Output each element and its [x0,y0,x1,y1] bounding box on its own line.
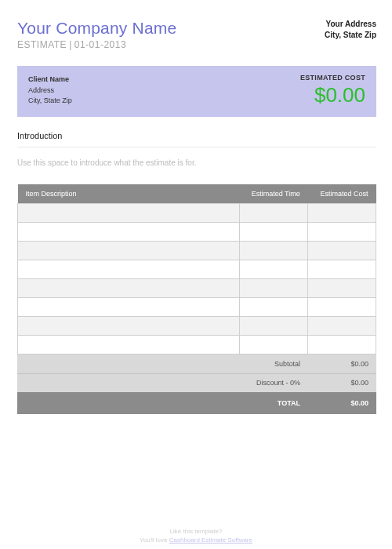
cell-time[interactable] [240,204,308,223]
cell-cost[interactable] [308,317,376,336]
your-address-line1: Your Address [325,19,376,30]
summary-table: Subtotal $0.00 Discount - 0% $0.00 TOTAL… [17,354,376,414]
introduction-body: Use this space to introduce what the est… [17,158,376,167]
col-estimated-time: Estimated Time [240,184,308,204]
cell-desc[interactable] [18,260,240,279]
total-value: $0.00 [308,392,376,414]
footer-line2: You'll love Cashboard Estimate Software [0,536,392,544]
items-table: Item Description Estimated Time Estimate… [17,184,376,354]
estimated-cost-label: ESTIMATED COST [300,74,365,82]
client-address1: Address [28,85,72,96]
company-name: Your Company Name [17,19,176,38]
cell-cost[interactable] [308,204,376,223]
cell-cost[interactable] [308,260,376,279]
table-row [18,279,376,298]
table-row [18,298,376,317]
cell-time[interactable] [240,317,308,336]
cell-time[interactable] [240,260,308,279]
cell-cost[interactable] [308,242,376,260]
cell-desc[interactable] [18,242,240,260]
estimate-date: 01-01-2013 [74,39,126,50]
footer-prefix: You'll love [140,536,169,544]
cell-time[interactable] [240,298,308,317]
total-label: TOTAL [17,392,308,414]
cell-desc[interactable] [18,336,240,354]
cell-cost[interactable] [308,223,376,242]
cell-time[interactable] [240,279,308,298]
discount-label: Discount - 0% [17,373,308,392]
total-row: TOTAL $0.00 [17,392,376,414]
document-header: Your Company Name ESTIMATE|01-01-2013 Yo… [17,19,376,50]
cell-desc[interactable] [18,298,240,317]
items-header-row: Item Description Estimated Time Estimate… [18,184,376,204]
footer-link[interactable]: Cashboard Estimate Software [169,536,252,544]
cell-cost[interactable] [308,336,376,354]
client-box: Client Name Address City, State Zip ESTI… [17,66,376,117]
your-address-line2: City, State Zip [325,30,376,41]
client-address2: City, State Zip [28,96,72,107]
introduction-heading: Introduction [17,131,376,147]
cell-cost[interactable] [308,279,376,298]
estimated-cost-value: $0.00 [300,83,365,107]
cell-time[interactable] [240,223,308,242]
discount-value: $0.00 [308,373,376,392]
footer: Like this template? You'll love Cashboar… [0,527,392,544]
subtotal-value: $0.00 [308,354,376,373]
col-estimated-cost: Estimated Cost [308,184,376,204]
separator: | [69,39,72,50]
table-row [18,204,376,223]
col-item-description: Item Description [18,184,240,204]
cell-time[interactable] [240,242,308,260]
discount-row: Discount - 0% $0.00 [17,373,376,392]
cell-time[interactable] [240,336,308,354]
footer-line1: Like this template? [0,527,392,536]
client-name: Client Name [28,75,72,85]
table-row [18,260,376,279]
company-block: Your Company Name ESTIMATE|01-01-2013 [17,19,176,50]
estimate-line: ESTIMATE|01-01-2013 [17,39,176,50]
table-row [18,242,376,260]
client-info: Client Name Address City, State Zip [28,75,72,107]
table-row [18,336,376,354]
cell-desc[interactable] [18,204,240,223]
subtotal-row: Subtotal $0.00 [17,354,376,373]
table-row [18,317,376,336]
cell-desc[interactable] [18,279,240,298]
estimate-label: ESTIMATE [17,39,67,50]
estimated-cost-block: ESTIMATED COST $0.00 [300,74,365,107]
cell-desc[interactable] [18,223,240,242]
subtotal-label: Subtotal [17,354,308,373]
table-row [18,223,376,242]
cell-cost[interactable] [308,298,376,317]
cell-desc[interactable] [18,317,240,336]
your-address-block: Your Address City, State Zip [325,19,376,41]
